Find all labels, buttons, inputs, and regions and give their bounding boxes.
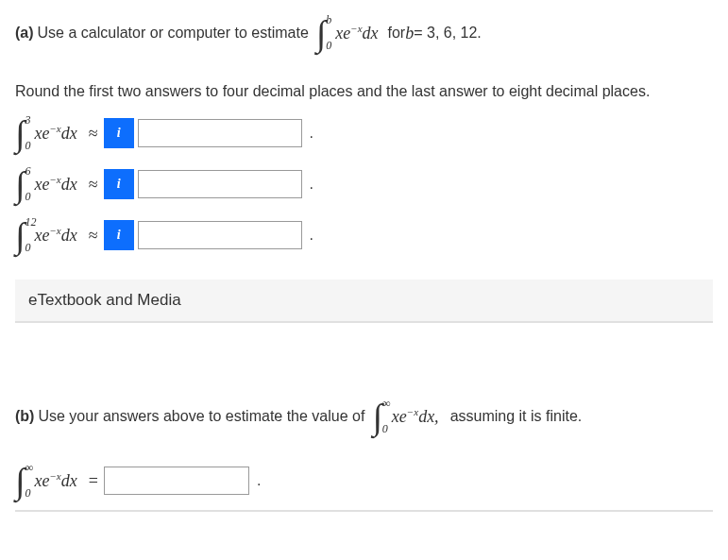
part-a-prompt: (a) Use a calculator or computer to esti… bbox=[15, 15, 713, 51]
part-b-text-after: assuming it is finite. bbox=[450, 408, 583, 425]
answer-input-b3[interactable] bbox=[138, 119, 302, 147]
period: . bbox=[310, 227, 313, 244]
answer-row: ∫ 6 0 xe−xdx ≈ i . bbox=[15, 162, 713, 206]
part-b-prompt: (b) Use your answers above to estimate t… bbox=[15, 399, 713, 434]
part-a-label: (a) bbox=[15, 25, 34, 42]
info-button[interactable]: i bbox=[104, 118, 134, 148]
part-a-text-for: for bbox=[388, 25, 406, 42]
answer-input-final[interactable] bbox=[104, 467, 249, 495]
round-instruction: Round the first two answers to four deci… bbox=[15, 83, 713, 100]
period: . bbox=[310, 125, 313, 142]
info-button[interactable]: i bbox=[104, 220, 134, 250]
answer-input-b12[interactable] bbox=[138, 221, 302, 249]
top-integrand: xe−xdx bbox=[335, 23, 378, 43]
inf-integral: ∫ ∞ 0 xe−xdx, bbox=[372, 399, 438, 434]
period: . bbox=[257, 472, 261, 489]
answer-input-b6[interactable] bbox=[138, 170, 302, 198]
answer-row: ∫ 3 0 xe−xdx ≈ i . bbox=[15, 111, 713, 155]
part-a-vals: = 3, 6, 12. bbox=[414, 25, 482, 42]
final-answer-row: ∫ ∞ 0 xe−xdx = . bbox=[15, 463, 713, 512]
etextbook-media-bar[interactable]: eTextbook and Media bbox=[15, 280, 713, 323]
info-button[interactable]: i bbox=[104, 169, 134, 199]
answer-row: ∫ 12 0 xe−xdx ≈ i . bbox=[15, 213, 713, 257]
part-b-text-before: Use your answers above to estimate the v… bbox=[38, 408, 364, 425]
part-a-var-b: b bbox=[405, 24, 414, 43]
top-integral: ∫ b 0 xe−xdx bbox=[316, 15, 379, 51]
period: . bbox=[310, 176, 313, 193]
part-a-text-before: Use a calculator or computer to estimate bbox=[38, 25, 309, 42]
part-b-label: (b) bbox=[15, 408, 34, 425]
answers-stack: ∫ 3 0 xe−xdx ≈ i . ∫ 6 0 xe−xdx ≈ i . ∫ bbox=[15, 111, 713, 257]
